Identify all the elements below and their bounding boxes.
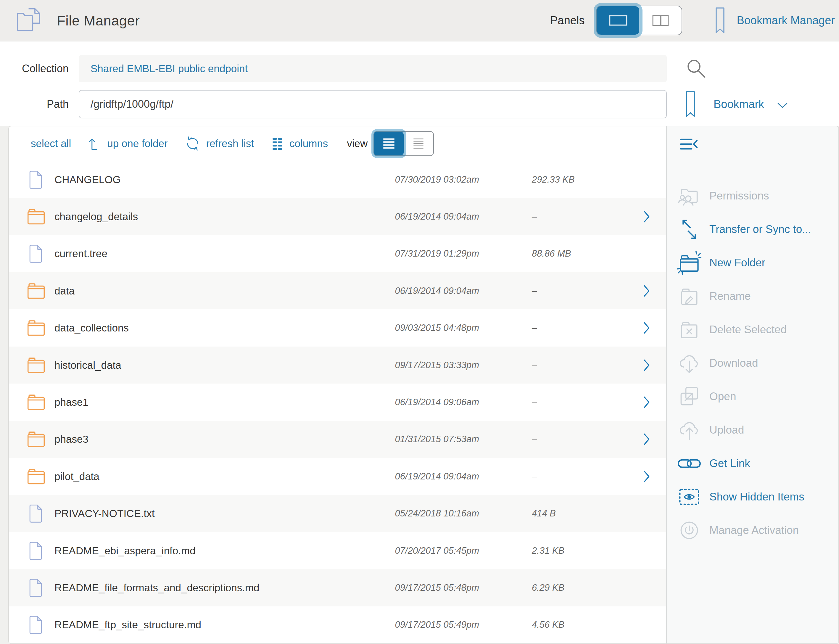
bookmark-icon xyxy=(685,90,696,118)
file-row[interactable]: changelog_details06/19/2014 09:04am– xyxy=(9,198,666,235)
sidebar-item-rename[interactable]: Rename xyxy=(667,279,838,313)
sidebar-item-label: Delete Selected xyxy=(709,324,786,336)
columns-icon xyxy=(271,136,284,151)
permissions-icon xyxy=(676,184,703,207)
file-icon xyxy=(25,504,47,523)
file-size: 2.31 KB xyxy=(532,545,635,556)
sidebar-item-upload[interactable]: Upload xyxy=(667,413,838,447)
file-row[interactable]: data06/19/2014 09:04am– xyxy=(9,272,666,309)
file-row[interactable]: phase106/19/2014 09:06am– xyxy=(9,384,666,421)
file-row[interactable]: data_collections09/03/2015 04:48pm– xyxy=(9,309,666,346)
list-view-button[interactable] xyxy=(374,132,404,155)
path-input[interactable] xyxy=(79,90,667,118)
upload-icon xyxy=(676,419,703,441)
modified-date: 09/17/2015 05:49pm xyxy=(319,619,479,630)
open-folder-chevron[interactable] xyxy=(643,284,650,297)
file-size: – xyxy=(532,286,635,296)
file-name: phase1 xyxy=(54,396,319,408)
file-row[interactable]: pilot_data06/19/2014 09:04am– xyxy=(9,458,666,495)
sidebar-item-manage-activation[interactable]: Manage Activation xyxy=(667,514,838,547)
modified-date: 09/17/2015 05:48pm xyxy=(319,582,479,593)
file-name: CHANGELOG xyxy=(54,174,319,186)
file-name: changelog_details xyxy=(54,211,319,223)
chevron-down-icon xyxy=(777,102,788,109)
sidebar-item-new-folder[interactable]: New Folder xyxy=(667,246,838,279)
columns-button[interactable]: columns xyxy=(271,136,328,151)
bookmark-icon xyxy=(715,7,726,34)
refresh-list-button[interactable]: refresh list xyxy=(184,135,254,152)
search-button[interactable] xyxy=(685,58,708,80)
two-panel-icon xyxy=(651,14,670,27)
open-folder-chevron[interactable] xyxy=(643,470,650,483)
bookmark-manager-link[interactable]: Bookmark Manager xyxy=(715,7,839,34)
file-row[interactable]: current.tree07/31/2019 01:29pm88.86 MB xyxy=(9,235,666,272)
file-row[interactable]: phase301/31/2015 07:53am– xyxy=(9,421,666,458)
open-folder-chevron[interactable] xyxy=(643,359,650,372)
chevron-right-icon xyxy=(643,210,650,223)
sidebar-item-label: Download xyxy=(709,357,758,370)
file-name: README_file_formats_and_descriptions.md xyxy=(54,582,319,594)
file-name: data_collections xyxy=(54,322,319,334)
path-label: Path xyxy=(0,98,69,110)
file-row[interactable]: README_ftp_site_structure.md09/17/2015 0… xyxy=(9,606,666,643)
transfer-icon xyxy=(676,218,703,241)
rename-icon xyxy=(676,285,703,307)
chevron-right-icon xyxy=(643,396,650,409)
sidebar-item-transfer-or-sync-to[interactable]: Transfer or Sync to... xyxy=(667,212,838,246)
open-icon xyxy=(676,385,703,408)
file-row[interactable]: historical_data09/17/2015 03:33pm– xyxy=(9,347,666,384)
panels-toggle xyxy=(596,6,682,35)
sidebar-item-permissions[interactable]: Permissions xyxy=(667,179,838,212)
chevron-right-icon xyxy=(643,321,650,334)
search-icon xyxy=(685,58,708,80)
sidebar-item-show-hidden-items[interactable]: Show Hidden Items xyxy=(667,480,838,514)
panels-label: Panels xyxy=(550,14,585,27)
file-size: 414 B xyxy=(532,508,635,519)
sidebar-item-download[interactable]: Download xyxy=(667,346,838,380)
sidebar-item-get-link[interactable]: Get Link xyxy=(667,447,838,480)
file-size: – xyxy=(532,397,635,407)
action-panel-header xyxy=(667,127,838,162)
two-panel-button[interactable] xyxy=(639,6,681,34)
file-size: – xyxy=(532,211,635,222)
sidebar-item-label: Show Hidden Items xyxy=(709,491,805,503)
up-one-folder-button[interactable]: up one folder xyxy=(88,136,167,151)
condensed-view-icon xyxy=(412,138,424,149)
main-content: select all up one folder xyxy=(8,126,839,644)
file-row[interactable]: README_file_formats_and_descriptions.md0… xyxy=(9,569,666,606)
new-folder-icon xyxy=(676,251,703,275)
location-bar: Collection Shared EMBL-EBI public endpoi… xyxy=(0,41,839,126)
file-row[interactable]: README_ebi_aspera_info.md07/20/2017 05:4… xyxy=(9,532,666,569)
row-chevron-cell xyxy=(635,359,658,372)
select-all-button[interactable]: select all xyxy=(31,138,71,150)
sidebar-item-delete-selected[interactable]: Delete Selected xyxy=(667,313,838,346)
folder-icon xyxy=(25,430,47,448)
file-list-pane: select all up one folder xyxy=(9,127,666,643)
collapse-panel-button[interactable] xyxy=(679,136,699,152)
sidebar-item-label: Get Link xyxy=(709,457,750,470)
one-panel-button[interactable] xyxy=(597,6,639,34)
file-list: CHANGELOG07/30/2019 03:02am292.33 KBchan… xyxy=(9,161,666,643)
open-folder-chevron[interactable] xyxy=(643,433,650,446)
file-size: 88.86 MB xyxy=(532,248,635,259)
modified-date: 06/19/2014 09:04am xyxy=(319,286,479,296)
row-chevron-cell xyxy=(635,470,658,483)
view-toggle xyxy=(373,131,434,156)
collection-input[interactable]: Shared EMBL-EBI public endpoint xyxy=(79,55,667,82)
open-folder-chevron[interactable] xyxy=(643,321,650,334)
open-folder-chevron[interactable] xyxy=(643,210,650,223)
file-row[interactable]: CHANGELOG07/30/2019 03:02am292.33 KB xyxy=(9,161,666,198)
download-icon xyxy=(676,352,703,375)
file-name: README_ebi_aspera_info.md xyxy=(54,545,319,557)
chevron-right-icon xyxy=(643,359,650,372)
sidebar-item-open[interactable]: Open xyxy=(667,380,838,413)
refresh-icon xyxy=(184,135,201,152)
folder-icon xyxy=(25,319,47,337)
open-folder-chevron[interactable] xyxy=(643,396,650,409)
row-chevron-cell xyxy=(635,284,658,297)
file-icon xyxy=(25,615,47,634)
condensed-view-button[interactable] xyxy=(404,132,433,155)
file-row[interactable]: PRIVACY-NOTICE.txt05/24/2018 10:16am414 … xyxy=(9,495,666,532)
bookmark-dropdown[interactable]: Bookmark xyxy=(685,90,788,118)
bookmark-manager-label: Bookmark Manager xyxy=(737,14,835,27)
